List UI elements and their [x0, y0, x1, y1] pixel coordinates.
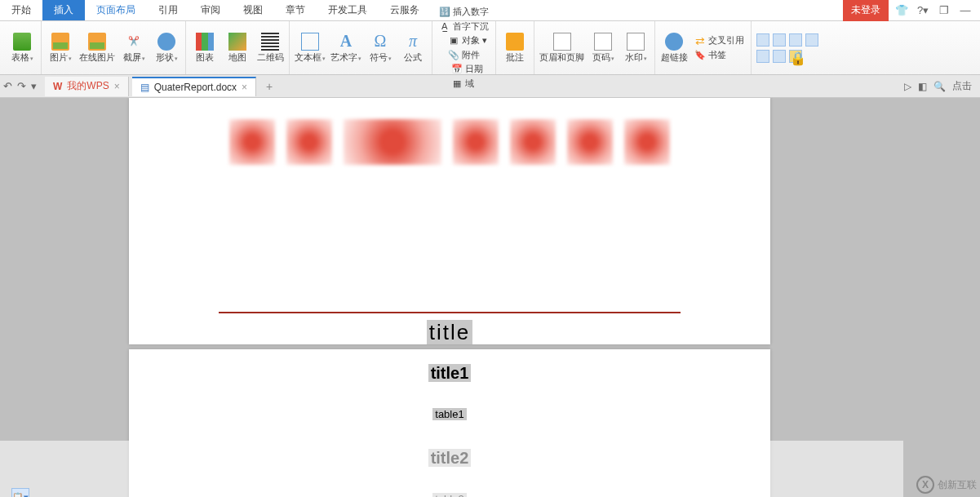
- field-icon: ▦: [451, 78, 463, 90]
- paste-options-icon[interactable]: 📋▾: [11, 488, 29, 497]
- symbol-button[interactable]: Ω符号▾: [366, 33, 394, 64]
- close-tab-icon[interactable]: ×: [242, 82, 247, 93]
- misc-icon[interactable]: [756, 33, 769, 47]
- bookmark-icon: 🔖: [694, 50, 706, 61]
- menu-layout[interactable]: 页面布局: [85, 0, 147, 20]
- wordart-button[interactable]: A艺术字▾: [330, 33, 361, 64]
- shape-button[interactable]: 形状▾: [153, 33, 180, 64]
- menu-devtools[interactable]: 开发工具: [317, 0, 379, 20]
- paperclip-icon: 📎: [448, 50, 459, 61]
- restore-icon[interactable]: ❐: [936, 2, 952, 19]
- bookmark-button[interactable]: 🔖书签: [693, 48, 746, 62]
- blurred-image: [229, 119, 275, 165]
- qat-dropdown[interactable]: ▾: [31, 80, 37, 92]
- attachment-button[interactable]: 📎附件: [446, 48, 489, 62]
- blurred-image: [344, 119, 441, 165]
- blurred-image: [510, 119, 556, 165]
- search-icon[interactable]: 🔍: [933, 81, 946, 92]
- number-icon: 🔢: [439, 7, 450, 18]
- menu-review[interactable]: 审阅: [189, 0, 232, 20]
- lock-icon[interactable]: 🔒: [789, 50, 802, 63]
- menu-right: 未登录 👕 ?▾ ❐ —: [843, 0, 980, 20]
- object-icon: ▣: [448, 35, 459, 47]
- blurred-image: [624, 119, 670, 165]
- document-page-2[interactable]: title1 table1 title2 table2: [129, 349, 770, 497]
- chart-button[interactable]: 图表: [191, 33, 219, 64]
- page-number-button[interactable]: 页码▾: [589, 33, 617, 64]
- online-image-button[interactable]: 在线图片: [79, 33, 115, 64]
- new-tab-button[interactable]: +: [259, 80, 279, 93]
- menu-left: 开始 插入 页面布局 引用 审阅 视图 章节 开发工具 云服务: [0, 0, 431, 20]
- undo-button[interactable]: ↶: [3, 80, 12, 92]
- field-button[interactable]: ▦域: [450, 77, 485, 91]
- comment-icon: [506, 33, 524, 51]
- status-icon[interactable]: ▷: [904, 81, 911, 92]
- header-image-row: [129, 98, 770, 165]
- date-button[interactable]: 📅日期: [450, 62, 485, 76]
- click-label: 点击: [952, 79, 972, 93]
- document-title[interactable]: title: [129, 320, 770, 346]
- doc-icon: ▤: [140, 82, 149, 93]
- letter-a-icon: A: [337, 33, 355, 51]
- menu-cloud[interactable]: 云服务: [379, 0, 431, 20]
- crossref-icon: ⇄: [694, 35, 706, 47]
- status-icon[interactable]: ◧: [918, 81, 927, 92]
- screenshot-button[interactable]: ✂️截屏▾: [120, 33, 148, 64]
- hyperlink-button[interactable]: 超链接: [660, 33, 688, 64]
- qrcode-button[interactable]: 二维码: [256, 33, 284, 64]
- document-page-1[interactable]: title: [129, 98, 770, 344]
- minimize-icon[interactable]: —: [957, 2, 973, 19]
- side-icon-grid: 🔒: [756, 33, 822, 63]
- scissors-icon: ✂️: [125, 33, 143, 51]
- menu-reference[interactable]: 引用: [147, 0, 189, 20]
- menu-start[interactable]: 开始: [0, 0, 42, 20]
- crossref-button[interactable]: ⇄交叉引用: [693, 33, 746, 47]
- close-tab-icon[interactable]: ×: [114, 81, 120, 92]
- blurred-image: [453, 119, 499, 165]
- object-button[interactable]: ▣对象▾: [446, 33, 489, 47]
- insert-number-button[interactable]: 🔢插入数字: [437, 5, 490, 19]
- menu-chapter[interactable]: 章节: [274, 0, 317, 20]
- section-title-2[interactable]: title2: [129, 449, 770, 468]
- table-placeholder-2[interactable]: table2: [129, 493, 770, 497]
- document-workspace: title title1 table1 title2 table2 📋▾ X 创…: [0, 98, 980, 497]
- tab-my-wps[interactable]: W 我的WPS ×: [45, 77, 129, 96]
- blurred-image: [286, 119, 332, 165]
- blurred-image: [567, 119, 613, 165]
- menu-insert[interactable]: 插入: [42, 0, 85, 20]
- tshirt-icon[interactable]: 👕: [894, 2, 910, 19]
- globe-icon: [665, 33, 683, 51]
- misc-icon[interactable]: [789, 33, 802, 47]
- table-placeholder-1[interactable]: table1: [129, 408, 770, 421]
- section-title-1[interactable]: title1: [129, 364, 770, 384]
- table-button[interactable]: 表格▾: [8, 33, 36, 64]
- login-button[interactable]: 未登录: [843, 0, 889, 21]
- redo-button[interactable]: ↷: [17, 80, 26, 92]
- brand-logo-icon: X: [916, 476, 934, 494]
- dropcap-icon: A̲: [439, 21, 450, 33]
- misc-icon[interactable]: [773, 33, 786, 47]
- watermark-button[interactable]: 水印▾: [622, 33, 650, 64]
- header-footer-button[interactable]: 页眉和页脚: [539, 33, 584, 64]
- menu-view[interactable]: 视图: [232, 0, 274, 20]
- dropcap-button[interactable]: A̲首字下沉: [437, 20, 490, 33]
- help-icon[interactable]: ?▾: [915, 2, 931, 19]
- image-button[interactable]: 图片▾: [47, 33, 74, 64]
- wps-logo-icon: W: [53, 81, 62, 92]
- omega-icon: Ω: [371, 33, 389, 51]
- textbox-button[interactable]: 文本框▾: [295, 33, 326, 64]
- pi-icon: π: [404, 33, 422, 51]
- quick-access-toolbar: ↶ ↷ ▾: [3, 80, 42, 92]
- document-tab-bar: ↶ ↷ ▾ W 我的WPS × ▤ QuaterReport.docx × + …: [0, 75, 980, 98]
- misc-icon[interactable]: [805, 33, 818, 47]
- misc-icon[interactable]: [756, 50, 769, 63]
- comment-button[interactable]: 批注: [501, 33, 529, 64]
- tab-document[interactable]: ▤ QuaterReport.docx ×: [132, 77, 256, 96]
- calendar-icon: 📅: [451, 64, 463, 75]
- misc-icon[interactable]: [773, 50, 786, 63]
- map-button[interactable]: 地图: [224, 33, 251, 64]
- horizontal-rule: [219, 312, 681, 313]
- ribbon: 表格▾ 图片▾ 在线图片 ✂️截屏▾ 形状▾ 图表 地图 二维码 文本框▾ A艺…: [0, 21, 980, 75]
- equation-button[interactable]: π公式: [399, 33, 427, 64]
- brand-watermark: X 创新互联: [916, 476, 977, 494]
